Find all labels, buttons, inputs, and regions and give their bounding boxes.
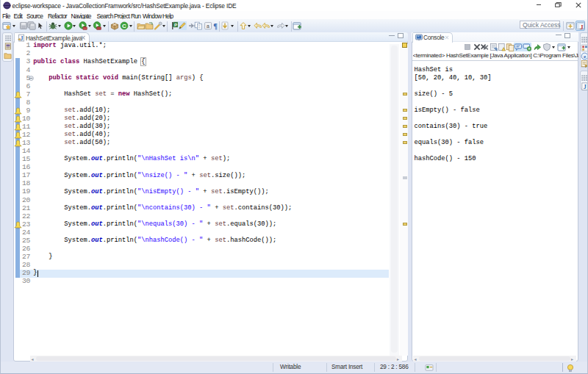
svg-text:C: C bbox=[122, 23, 126, 29]
svg-text:J: J bbox=[580, 24, 584, 30]
svg-text:J: J bbox=[20, 35, 23, 41]
svg-text:e: e bbox=[583, 54, 585, 60]
svg-text:J: J bbox=[583, 83, 586, 90]
svg-text:a: a bbox=[206, 24, 209, 29]
svg-text:P: P bbox=[174, 22, 177, 27]
svg-text:¶: ¶ bbox=[213, 22, 218, 30]
